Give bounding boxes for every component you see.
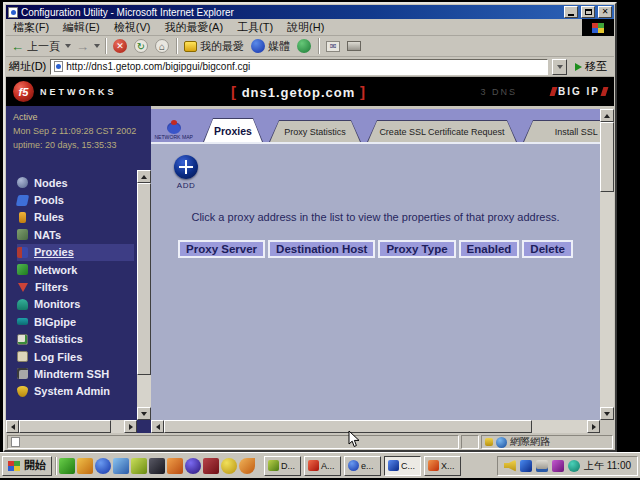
content-horizontal-scrollbar[interactable] — [151, 420, 600, 433]
sidebar-item-network[interactable]: Network — [17, 261, 134, 278]
sidebar-nav: Nodes Pools Rules NATs Proxies Network F… — [17, 174, 134, 400]
sidebar-item-filters[interactable]: Filters — [17, 278, 134, 295]
sidebar-item-pools[interactable]: Pools — [17, 191, 134, 208]
menu-tools[interactable]: 工具(T) — [230, 19, 280, 36]
scroll-down-icon[interactable] — [137, 407, 151, 420]
column-header-proxy-type: Proxy Type — [378, 240, 455, 258]
quicklaunch-icon[interactable] — [149, 458, 165, 474]
quicklaunch-icon[interactable] — [95, 458, 111, 474]
quicklaunch-icon[interactable] — [77, 458, 93, 474]
address-dropdown-button[interactable] — [552, 59, 567, 75]
tray-icon[interactable] — [568, 460, 580, 472]
quicklaunch-icon[interactable] — [221, 458, 237, 474]
instruction-text: Click a proxy address in the list to vie… — [151, 211, 600, 223]
bracket-left: [ — [231, 83, 237, 100]
sidebar-item-monitors[interactable]: Monitors — [17, 296, 134, 313]
history-button[interactable] — [294, 38, 314, 54]
quicklaunch-icon[interactable] — [59, 458, 75, 474]
tab-create-ssl-certificate-request[interactable]: Create SSL Certificate Request — [367, 120, 517, 142]
quicklaunch-icon[interactable] — [185, 458, 201, 474]
taskbar-window-button[interactable]: A... — [304, 456, 341, 476]
app-icon — [428, 460, 439, 471]
sidebar-item-system-admin[interactable]: System Admin — [17, 383, 134, 400]
menu-favorites[interactable]: 我的最愛(A) — [157, 19, 230, 36]
refresh-button[interactable]: ↻ — [131, 38, 151, 54]
forward-button[interactable]: → — [73, 39, 92, 54]
menu-file[interactable]: 檔案(F) — [6, 19, 56, 36]
scroll-right-icon[interactable] — [587, 420, 600, 433]
quicklaunch-icon[interactable] — [239, 458, 255, 474]
address-input[interactable]: http://dns1.getop.com/bigipgui/bigconf.c… — [50, 59, 548, 75]
scroll-down-icon[interactable] — [600, 407, 614, 420]
add-button[interactable] — [174, 155, 198, 179]
menu-bar: 檔案(F) 編輯(E) 檢視(V) 我的最愛(A) 工具(T) 說明(H) — [6, 19, 614, 36]
taskbar-window-button-active[interactable]: C... — [384, 456, 421, 476]
sidebar-item-log-files[interactable]: Log Files — [17, 348, 134, 365]
window-title: Configuration Utility - Microsoft Intern… — [21, 7, 561, 18]
sidebar-item-mindterm-ssh[interactable]: Mindterm SSH — [17, 365, 134, 382]
display-icon[interactable] — [536, 460, 548, 472]
mindterm-ssh-icon — [17, 368, 28, 379]
sidebar-vertical-scrollbar[interactable] — [137, 170, 151, 420]
hostname-display: [ dns1.getop.com ] — [123, 83, 475, 100]
stop-button[interactable]: ✕ — [110, 38, 130, 54]
scroll-up-icon[interactable] — [600, 109, 614, 122]
sidebar-item-bigpipe[interactable]: BIGpipe — [17, 313, 134, 330]
home-icon: ⌂ — [155, 39, 169, 53]
tab-proxies[interactable]: Proxies — [203, 118, 263, 142]
column-header-destination-host: Destination Host — [268, 240, 375, 258]
taskbar-clock: 上午 11:00 — [584, 459, 631, 473]
scroll-left-icon[interactable] — [6, 420, 19, 433]
quicklaunch-icon[interactable] — [203, 458, 219, 474]
sidebar-item-nodes[interactable]: Nodes — [17, 174, 134, 191]
sidebar-item-nats[interactable]: NATs — [17, 226, 134, 243]
quicklaunch-icon[interactable] — [167, 458, 183, 474]
forward-dropdown-icon[interactable] — [94, 44, 100, 48]
home-button[interactable]: ⌂ — [152, 38, 172, 54]
statistics-icon — [17, 334, 28, 345]
sidebar-horizontal-scrollbar[interactable] — [6, 420, 137, 433]
back-dropdown-icon[interactable] — [65, 44, 71, 48]
taskbar-window-button[interactable]: D... — [264, 456, 301, 476]
volume-icon[interactable] — [504, 460, 516, 472]
network-icon — [17, 264, 28, 275]
tab-install-ssl-certificate[interactable]: Install SSL Certif — [523, 120, 600, 142]
mail-button[interactable]: ✉ — [323, 40, 343, 53]
minimize-button[interactable] — [564, 6, 578, 18]
print-button[interactable] — [344, 40, 364, 52]
sidebar-item-rules[interactable]: Rules — [17, 209, 134, 226]
content-vertical-scrollbar[interactable] — [600, 109, 614, 420]
status-message-panel — [7, 435, 459, 449]
log-files-icon — [17, 351, 28, 362]
scroll-up-icon[interactable] — [137, 170, 151, 183]
favorites-button[interactable]: 我的最愛 — [181, 38, 247, 55]
scrollbar-thumb[interactable] — [137, 183, 151, 375]
windows-logo-icon — [8, 461, 20, 471]
scroll-right-icon[interactable] — [124, 420, 137, 433]
sidebar-item-proxies[interactable]: Proxies — [17, 244, 134, 261]
close-button[interactable]: ✕ — [598, 6, 612, 18]
hostname: dns1.getop.com — [242, 85, 356, 100]
tray-icon[interactable] — [520, 460, 532, 472]
taskbar-window-button[interactable]: e... — [344, 456, 381, 476]
scrollbar-thumb[interactable] — [600, 122, 614, 192]
quicklaunch-icon[interactable] — [113, 458, 129, 474]
sidebar-item-statistics[interactable]: Statistics — [17, 331, 134, 348]
media-button[interactable]: 媒體 — [248, 38, 293, 55]
tray-icon[interactable] — [552, 460, 564, 472]
menu-help[interactable]: 說明(H) — [280, 19, 331, 36]
window-buttons: D... A... e... C... X... — [264, 456, 461, 476]
scrollbar-thumb[interactable] — [164, 420, 532, 433]
go-button[interactable]: 移至 — [571, 59, 611, 74]
maximize-button[interactable] — [581, 6, 595, 18]
taskbar-window-button[interactable]: X... — [424, 456, 461, 476]
scroll-left-icon[interactable] — [151, 420, 164, 433]
network-map-button[interactable]: NETWORK MAP — [151, 111, 197, 142]
tab-proxy-statistics[interactable]: Proxy Statistics — [269, 120, 361, 142]
scrollbar-thumb[interactable] — [19, 420, 111, 433]
menu-edit[interactable]: 編輯(E) — [56, 19, 107, 36]
menu-view[interactable]: 檢視(V) — [107, 19, 158, 36]
quicklaunch-icon[interactable] — [131, 458, 147, 474]
back-button[interactable]: ← 上一頁 — [8, 38, 63, 55]
start-button[interactable]: 開始 — [2, 456, 52, 476]
